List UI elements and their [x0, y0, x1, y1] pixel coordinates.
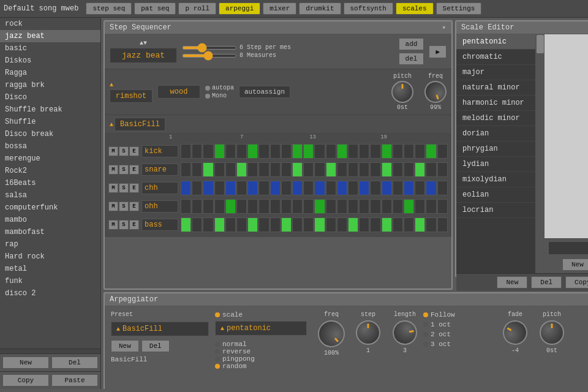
- step-cell[interactable]: [192, 162, 202, 177]
- sidebar-item[interactable]: Hard rock: [0, 251, 100, 263]
- step-cell[interactable]: [426, 144, 436, 159]
- sidebar-scrollbar[interactable]: [0, 349, 100, 353]
- step-cell[interactable]: [303, 199, 314, 214]
- arp-length-knob[interactable]: [391, 318, 419, 347]
- sidebar-item[interactable]: mambofast: [0, 226, 100, 238]
- step-cell[interactable]: [326, 199, 336, 214]
- step-cell[interactable]: [258, 162, 269, 177]
- track-btn-m[interactable]: M: [108, 202, 118, 211]
- arp-del-btn[interactable]: Del: [141, 340, 170, 352]
- step-cell[interactable]: [348, 144, 358, 159]
- track-btn-s[interactable]: S: [119, 183, 129, 193]
- step-cell[interactable]: [370, 181, 380, 195]
- step-cell[interactable]: [292, 199, 303, 214]
- nav-arpeggi[interactable]: arpeggi: [219, 2, 260, 15]
- step-cell[interactable]: [270, 217, 281, 232]
- step-cell[interactable]: [404, 217, 414, 232]
- seq-extra-btn[interactable]: ▶: [429, 45, 447, 58]
- measures-slider[interactable]: [182, 54, 237, 58]
- step-cell[interactable]: [326, 181, 336, 195]
- step-cell[interactable]: [225, 199, 236, 214]
- step-cell[interactable]: [214, 162, 225, 177]
- scale-item[interactable]: lydian: [456, 157, 535, 172]
- step-cell[interactable]: [382, 144, 392, 159]
- sidebar-item[interactable]: mambo: [0, 214, 100, 226]
- arp-step-knob[interactable]: [356, 320, 380, 345]
- step-cell[interactable]: [326, 162, 336, 177]
- track-btn-m[interactable]: M: [108, 220, 118, 230]
- scale-crud-copy[interactable]: Copy: [565, 276, 588, 288]
- nav-step-seq[interactable]: step seq: [86, 2, 132, 15]
- step-cell[interactable]: [393, 144, 403, 159]
- step-cell[interactable]: [225, 217, 236, 232]
- step-cell[interactable]: [236, 199, 247, 214]
- sidebar-del-btn[interactable]: Del: [51, 356, 98, 369]
- step-cell[interactable]: [303, 144, 314, 159]
- step-cell[interactable]: [314, 162, 325, 177]
- sidebar-item[interactable]: funk: [0, 275, 100, 287]
- track-btn-s[interactable]: S: [119, 146, 129, 156]
- step-cell[interactable]: [426, 181, 436, 195]
- sidebar-item[interactable]: computerfunk: [0, 202, 100, 214]
- step-cell[interactable]: [192, 144, 202, 159]
- step-cell[interactable]: [437, 199, 448, 214]
- step-cell[interactable]: [203, 199, 213, 214]
- arp-fade-knob[interactable]: [499, 316, 532, 350]
- step-cell[interactable]: [437, 217, 448, 232]
- step-cell[interactable]: [437, 144, 448, 159]
- step-cell[interactable]: [181, 199, 191, 214]
- scale-item[interactable]: major: [456, 65, 535, 80]
- nav-p-roll[interactable]: p roll: [178, 2, 216, 15]
- step-cell[interactable]: [192, 181, 202, 195]
- step-cell[interactable]: [258, 199, 269, 214]
- track-btn-s[interactable]: S: [119, 220, 129, 230]
- step-cell[interactable]: [281, 199, 292, 214]
- step-cell[interactable]: [382, 217, 392, 232]
- nav-scales[interactable]: scales: [396, 2, 434, 15]
- step-cell[interactable]: [181, 162, 191, 177]
- step-cell[interactable]: [270, 199, 281, 214]
- step-cell[interactable]: [370, 217, 380, 232]
- step-cell[interactable]: [348, 181, 358, 195]
- scale-item[interactable]: melodic minor: [456, 111, 535, 126]
- scale-item[interactable]: locrian: [456, 203, 535, 218]
- scale-item[interactable]: dorian: [456, 126, 535, 141]
- step-cell[interactable]: [270, 144, 281, 159]
- step-cell[interactable]: [404, 162, 414, 177]
- step-cell[interactable]: [214, 181, 225, 195]
- sidebar-item[interactable]: metal: [0, 263, 100, 275]
- scale-item[interactable]: pentatonic: [456, 34, 535, 50]
- step-cell[interactable]: [247, 199, 258, 214]
- step-cell[interactable]: [258, 144, 269, 159]
- sidebar-item[interactable]: bossa: [0, 140, 100, 153]
- nav-drumkit[interactable]: drumkit: [299, 2, 341, 15]
- scale-item[interactable]: phrygian: [456, 141, 535, 157]
- step-cell[interactable]: [359, 181, 369, 195]
- sidebar-item[interactable]: Shuffle break: [0, 104, 100, 116]
- scale-item[interactable]: harmonic minor: [456, 96, 535, 111]
- step-cell[interactable]: [415, 181, 425, 195]
- step-cell[interactable]: [225, 162, 236, 177]
- step-cell[interactable]: [359, 162, 369, 177]
- step-cell[interactable]: [203, 144, 213, 159]
- nav-mixer[interactable]: mixer: [263, 2, 296, 15]
- seq-add-btn[interactable]: add: [399, 38, 424, 50]
- step-cell[interactable]: [348, 217, 358, 232]
- basicfill-arrow[interactable]: ▲: [110, 121, 113, 128]
- step-cell[interactable]: [247, 144, 258, 159]
- step-cell[interactable]: [393, 217, 403, 232]
- step-cell[interactable]: [314, 217, 325, 232]
- sidebar-item[interactable]: merengue: [0, 153, 100, 165]
- step-per-mes-slider[interactable]: [182, 46, 237, 50]
- step-cell[interactable]: [181, 144, 191, 159]
- sidebar-item[interactable]: rock: [0, 18, 100, 30]
- sidebar-item[interactable]: Disco break: [0, 128, 100, 140]
- step-cell[interactable]: [337, 144, 347, 159]
- step-cell[interactable]: [270, 162, 281, 177]
- step-cell[interactable]: [281, 181, 292, 195]
- sidebar-item[interactable]: Disco: [0, 91, 100, 104]
- step-cell[interactable]: [258, 217, 269, 232]
- step-cell[interactable]: [258, 181, 269, 195]
- scale-crud-new[interactable]: New: [497, 276, 527, 288]
- step-cell[interactable]: [270, 181, 281, 195]
